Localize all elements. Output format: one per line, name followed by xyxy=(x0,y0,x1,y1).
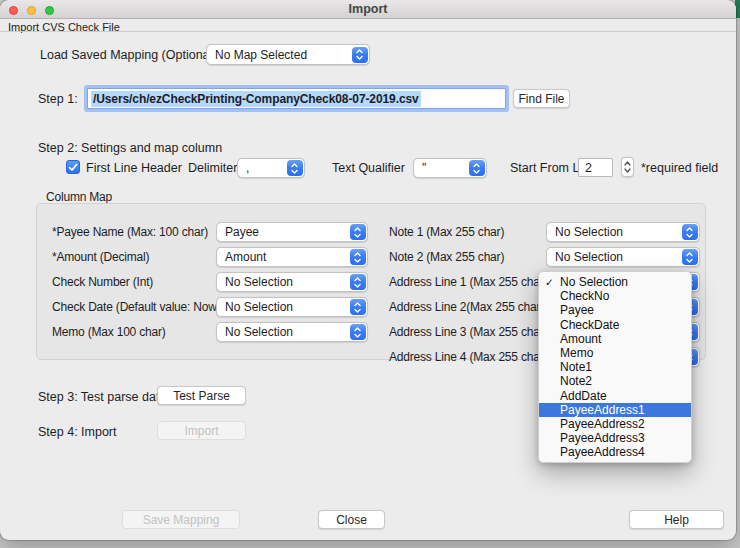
note2-select[interactable]: No Selection xyxy=(546,247,700,267)
payee-name-label: *Payee Name (Max: 100 char) xyxy=(52,225,208,239)
required-field-note: *required field xyxy=(641,161,718,175)
check-number-value: No Selection xyxy=(217,275,350,289)
menu-item-checkno[interactable]: CheckNo xyxy=(539,289,691,303)
test-parse-button[interactable]: Test Parse xyxy=(157,386,246,405)
delimiter-select[interactable]: , xyxy=(237,158,305,178)
panel-separator xyxy=(0,31,736,32)
menu-item-amount[interactable]: Amount xyxy=(539,332,691,346)
note2-value: No Selection xyxy=(547,250,682,264)
note1-value: No Selection xyxy=(547,225,682,239)
menu-item-no-selection[interactable]: ✓No Selection xyxy=(539,275,691,289)
address3-label: Address Line 3 (Max 255 char) xyxy=(389,325,547,339)
chevron-updown-icon xyxy=(469,160,485,176)
menu-item-checkdate[interactable]: CheckDate xyxy=(539,318,691,332)
menu-item-payeeaddress4[interactable]: PayeeAddress4 xyxy=(539,445,691,459)
payee-name-value: Payee xyxy=(217,225,350,239)
title-bar[interactable]: Import xyxy=(0,0,736,19)
chevron-updown-icon xyxy=(682,249,698,265)
payee-name-select[interactable]: Payee xyxy=(216,222,368,242)
check-icon xyxy=(68,163,78,172)
menu-item-note1[interactable]: Note1 xyxy=(539,360,691,374)
menu-item-payeeaddress1[interactable]: PayeeAddress1 xyxy=(539,403,691,417)
text-qualifier-value: " xyxy=(414,161,469,175)
chevron-updown-icon xyxy=(350,274,366,290)
import-dialog-window: Import Import CVS Check File Load Saved … xyxy=(0,0,736,540)
chevron-updown-icon xyxy=(287,160,303,176)
chevron-updown-icon xyxy=(350,324,366,340)
file-path-selected-text: /Users/ch/ezCheckPrinting-CompanyCheck08… xyxy=(91,91,421,107)
address4-label: Address Line 4 (Max 255 char) xyxy=(389,350,547,364)
address1-label: Address Line 1 (Max 255 char) xyxy=(389,275,547,289)
memo-label: Memo (Max 100 char) xyxy=(52,325,166,339)
first-line-header-checkbox[interactable] xyxy=(66,160,80,174)
check-number-label: Check Number (Int) xyxy=(52,275,153,289)
note1-select[interactable]: No Selection xyxy=(546,222,700,242)
check-date-select[interactable]: No Selection xyxy=(216,297,368,317)
step1-label: Step 1: xyxy=(38,92,78,106)
menu-item-payee[interactable]: Payee xyxy=(539,303,691,317)
check-date-label: Check Date (Default value: Now) xyxy=(52,300,221,314)
address1-dropdown-menu: ✓No Selection CheckNo Payee CheckDate Am… xyxy=(538,271,692,463)
text-qualifier-label: Text Qualifier xyxy=(332,161,405,175)
step4-label: Step 4: Import xyxy=(38,425,117,439)
help-button[interactable]: Help xyxy=(629,510,724,529)
find-file-button[interactable]: Find File xyxy=(513,89,570,108)
step2-heading: Step 2: Settings and map column xyxy=(38,141,222,155)
amount-select[interactable]: Amount xyxy=(216,247,368,267)
save-mapping-button: Save Mapping xyxy=(122,510,240,529)
stepper-up-icon xyxy=(624,161,631,166)
import-button: Import xyxy=(157,421,246,440)
chevron-updown-icon xyxy=(350,299,366,315)
chevron-updown-icon xyxy=(350,249,366,265)
amount-value: Amount xyxy=(217,250,350,264)
check-number-select[interactable]: No Selection xyxy=(216,272,368,292)
amount-label: *Amount (Decimal) xyxy=(52,250,149,264)
first-line-header-label: First Line Header xyxy=(86,161,182,175)
load-mapping-value: No Map Selected xyxy=(207,48,352,62)
check-date-value: No Selection xyxy=(217,300,350,314)
memo-value: No Selection xyxy=(217,325,350,339)
file-path-input[interactable]: /Users/ch/ezCheckPrinting-CompanyCheck08… xyxy=(87,88,506,109)
column-map-title: Column Map xyxy=(46,190,112,204)
text-qualifier-select[interactable]: " xyxy=(413,158,487,178)
chevron-updown-icon xyxy=(682,224,698,240)
chevron-updown-icon xyxy=(350,224,366,240)
delimiter-label: Delimiter xyxy=(188,161,237,175)
chevron-updown-icon xyxy=(352,47,368,63)
delimiter-value: , xyxy=(238,161,287,175)
checkmark-icon: ✓ xyxy=(545,275,554,289)
memo-select[interactable]: No Selection xyxy=(216,322,368,342)
stepper-down-icon xyxy=(624,168,631,173)
load-mapping-select[interactable]: No Map Selected xyxy=(206,44,370,65)
start-from-line-stepper[interactable] xyxy=(621,157,634,177)
menu-item-note2[interactable]: Note2 xyxy=(539,374,691,388)
menu-item-payeeaddress2[interactable]: PayeeAddress2 xyxy=(539,417,691,431)
desktop-background: Import Import CVS Check File Load Saved … xyxy=(0,0,740,548)
note1-label: Note 1 (Max 255 char) xyxy=(389,225,504,239)
address2-label: Address Line 2(Max 255 char) xyxy=(389,300,544,314)
note2-label: Note 2 (Max 255 char) xyxy=(389,250,504,264)
menu-item-payeeaddress3[interactable]: PayeeAddress3 xyxy=(539,431,691,445)
menu-item-adddate[interactable]: AddDate xyxy=(539,389,691,403)
start-from-line-input[interactable]: 2 xyxy=(578,158,613,177)
close-button[interactable]: Close xyxy=(318,510,385,529)
menu-item-memo[interactable]: Memo xyxy=(539,346,691,360)
step3-label: Step 3: Test parse data xyxy=(38,390,166,404)
window-title: Import xyxy=(0,2,736,16)
load-mapping-label: Load Saved Mapping (Optional): xyxy=(40,48,220,62)
